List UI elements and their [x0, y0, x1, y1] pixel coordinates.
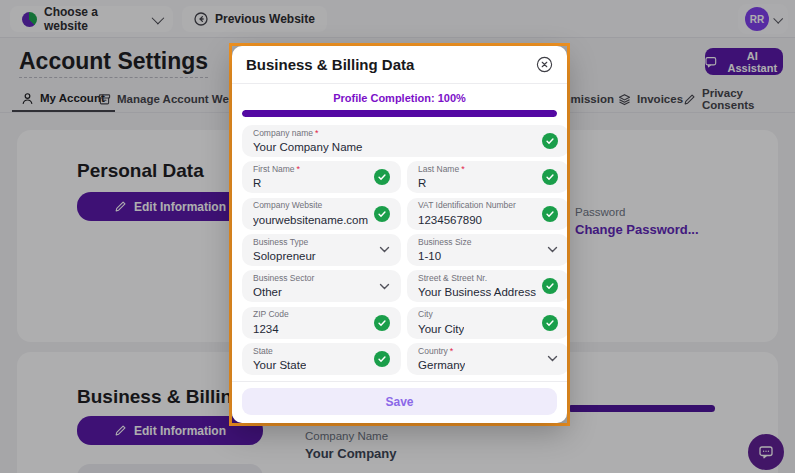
profile-completion-label: Profile Completion: 100%	[242, 92, 557, 104]
last-name-field[interactable]: Last Name*R	[407, 161, 567, 193]
modal-highlight-frame: Business & Billing Data Profile Completi…	[229, 43, 570, 426]
progress-track	[242, 110, 557, 117]
business-sector-select[interactable]: Business SectorOther	[242, 270, 401, 302]
business-type-select[interactable]: Business TypeSolopreneur	[242, 234, 401, 266]
valid-check-icon	[542, 206, 558, 222]
billing-modal: Business & Billing Data Profile Completi…	[232, 46, 567, 423]
profile-completion: Profile Completion: 100%	[232, 84, 567, 117]
country-select[interactable]: Country*Germany	[407, 343, 567, 375]
valid-check-icon	[542, 169, 558, 185]
modal-progress-fill	[242, 110, 557, 117]
modal-footer: Save	[232, 381, 567, 423]
city-field[interactable]: CityYour City	[407, 307, 567, 339]
valid-check-icon	[374, 315, 390, 331]
billing-form: Company name*Your Company Name First Nam…	[232, 117, 567, 381]
business-size-select[interactable]: Business Size1-10	[407, 234, 567, 266]
chevron-down-icon	[379, 246, 390, 253]
chevron-down-icon	[379, 283, 390, 290]
close-icon	[536, 56, 553, 73]
state-field[interactable]: StateYour State	[242, 343, 401, 375]
first-name-field[interactable]: First Name*R	[242, 161, 401, 193]
valid-check-icon	[542, 278, 558, 294]
company-website-field[interactable]: Company Websiteyourwebsitename.com	[242, 198, 401, 230]
zip-code-field[interactable]: ZIP Code1234	[242, 307, 401, 339]
company-name-field[interactable]: Company name*Your Company Name	[242, 125, 567, 157]
valid-check-icon	[542, 315, 558, 331]
valid-check-icon	[374, 351, 390, 367]
app-screen: Choose a website Previous Website RR Acc…	[0, 0, 795, 473]
modal-header: Business & Billing Data	[232, 46, 567, 84]
modal-title: Business & Billing Data	[246, 56, 414, 73]
vat-number-field[interactable]: VAT Identification Number1234567890	[407, 198, 567, 230]
close-button[interactable]	[536, 56, 553, 73]
valid-check-icon	[374, 169, 390, 185]
valid-check-icon	[542, 133, 558, 149]
chevron-down-icon	[547, 355, 558, 362]
valid-check-icon	[374, 206, 390, 222]
street-field[interactable]: Street & Street Nr.Your Business Address	[407, 270, 567, 302]
save-button[interactable]: Save	[242, 388, 557, 415]
chevron-down-icon	[547, 246, 558, 253]
